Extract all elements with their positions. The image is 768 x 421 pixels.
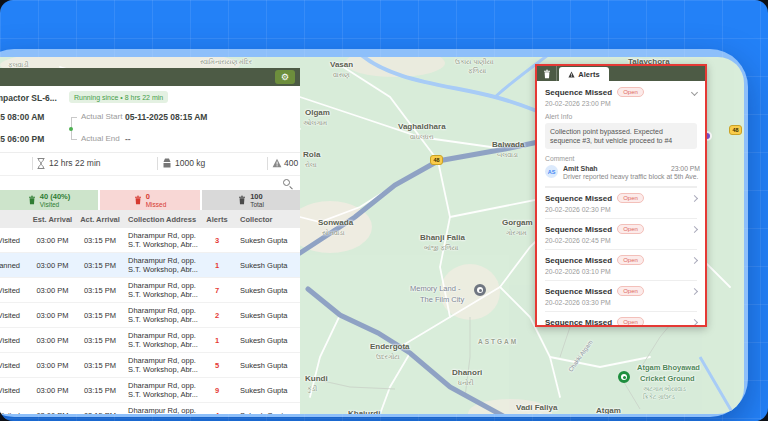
alert-title: Sequence Missed <box>545 256 612 265</box>
row-act-arrival: 03:15 PM <box>80 361 120 370</box>
map-label-gu: ઉદરગોટા <box>376 353 400 361</box>
row-act-arrival: 03:15 PM <box>80 336 120 345</box>
row-collector: Sukesh Gupta <box>240 386 298 395</box>
vehicle-detail-panel: ⚙ Waste Compactor SL-6... Running since … <box>0 68 300 414</box>
row-address: Dharampur Rd, opp.S.T. Workshop, Abr... <box>128 382 203 391</box>
row-est-arrival: 03:00 PM <box>25 261 80 270</box>
chevron-right-icon[interactable] <box>691 256 698 263</box>
alert-info-label: Alert Info <box>545 113 697 120</box>
table-row[interactable]: Visited 03:00 PM 03:15 PM Dharampur Rd, … <box>0 278 300 303</box>
row-address-line2: S.T. Workshop, Abr... <box>128 241 198 250</box>
expanded-alert-header[interactable]: Sequence Missed Open <box>545 87 697 97</box>
table-row[interactable]: Visited 03:00 PM 03:15 PM Dharampur Rd, … <box>0 303 300 328</box>
blue-backdrop: ફૂલવાડી સ્વામિનારાયણ મંદિર Vasan વાસણ ઉક… <box>0 0 768 421</box>
row-status: Visited <box>0 386 20 395</box>
map-label-poi: Memory Land - <box>410 284 460 293</box>
map-label-gu: ગોરગામ <box>506 229 527 237</box>
row-est-arrival: 03:00 PM <box>25 361 80 370</box>
alert-title: Sequence Missed <box>545 88 612 97</box>
table-row[interactable]: Visited 03:00 PM 03:15 PM Dharampur Rd, … <box>0 403 300 414</box>
map-label-poi: The Film City <box>420 295 464 304</box>
alerts-warning-icon <box>272 158 282 168</box>
map-label-town: Vadi Faliya <box>516 403 557 412</box>
gear-icon[interactable]: ⚙ <box>275 70 295 84</box>
tab-total[interactable]: 100 Total <box>202 190 300 210</box>
alert-list-item[interactable]: Sequence Missed Open 20-02-2026 03:10 PM <box>545 249 697 280</box>
search-icon[interactable] <box>283 179 290 186</box>
table-row[interactable]: Visited 03:00 PM 03:15 PM Dharampur Rd, … <box>0 228 300 253</box>
alert-title: Sequence Missed <box>545 194 612 203</box>
status-tabs: 40 (40%) Visited 0 Missed 100 Total <box>0 190 300 210</box>
header-alerts: Alerts <box>202 215 232 224</box>
alerts-tab-label: Alerts <box>578 70 599 79</box>
trash-icon <box>28 195 36 205</box>
row-act-arrival: 03:15 PM <box>80 236 120 245</box>
map-label-town: Khajurdi <box>348 409 380 414</box>
table-row[interactable]: Visited 03:00 PM 03:15 PM Dharampur Rd, … <box>0 378 300 403</box>
header-collection-address: Collection Address <box>128 215 196 224</box>
chevron-right-icon[interactable] <box>691 194 698 201</box>
map-label-gu: ફળિયા <box>468 67 486 75</box>
divider <box>267 157 268 170</box>
row-status: Visited <box>0 236 20 245</box>
row-collector: Sukesh Gupta <box>240 361 298 370</box>
map-label-town: Vaghaldhara <box>398 122 446 131</box>
alert-list-item[interactable]: Sequence Missed Open 20-02-2026 02:30 PM <box>545 187 697 218</box>
row-status: Visited <box>0 286 20 295</box>
comment-label: Comment <box>545 155 697 162</box>
row-address: Dharampur Rd, opp.S.T. Workshop, Abr... <box>128 232 203 241</box>
timeline-dot <box>69 127 73 131</box>
alerts-panel-header: Alerts <box>537 66 705 81</box>
row-address: Dharampur Rd, opp.S.T. Workshop, Abr... <box>128 407 203 414</box>
load-value: 1000 kg <box>175 158 205 168</box>
table-row[interactable]: Visited 03:00 PM 03:15 PM Dharampur Rd, … <box>0 328 300 353</box>
row-collector: Sukesh Gupta <box>240 411 298 414</box>
map-label-gu: રોલા <box>305 161 317 169</box>
row-est-arrival: 03:00 PM <box>25 336 80 345</box>
search-row <box>0 175 300 190</box>
film-city-poi-icon[interactable] <box>474 284 486 296</box>
running-since-badge: Running since • 8 hrs 22 min <box>69 91 168 103</box>
trash-tab-button[interactable] <box>537 66 557 81</box>
tab-alerts[interactable]: Alerts <box>559 67 609 81</box>
alert-list-item[interactable]: Sequence Missed Open 20-02-2026 02:45 PM <box>545 218 697 249</box>
actual-end-label: Actual End <box>81 134 120 143</box>
status-badge: Open <box>617 286 644 296</box>
collection-table-body: Visited 03:00 PM 03:15 PM Dharampur Rd, … <box>0 228 300 414</box>
map-label-park-gu: અટગામ ભોયાવાડ <box>643 386 686 393</box>
row-alert-count: 5 <box>202 361 232 370</box>
map-label: સ્વામિનારાયણ મંદિર <box>200 58 252 66</box>
status-badge: Open <box>617 317 644 327</box>
table-row[interactable]: Planned 03:00 PM 03:15 PM Dharampur Rd, … <box>0 253 300 278</box>
header-est-arrival: Est. Arrival <box>25 215 80 224</box>
row-address-line2: S.T. Workshop, Abr... <box>128 316 198 325</box>
row-address-line1: Dharampur Rd, opp. <box>128 407 196 414</box>
total-count: 100 <box>250 192 264 201</box>
map-label-gu: ઉકાય પાણીયા <box>455 58 493 66</box>
alert-info-text: Collection point bypassed. Expected sequ… <box>545 123 697 149</box>
map-label-park: Cricket Ground <box>640 374 695 383</box>
row-collector: Sukesh Gupta <box>240 311 298 320</box>
chevron-right-icon[interactable] <box>691 318 698 325</box>
row-act-arrival: 03:15 PM <box>80 386 120 395</box>
tab-visited[interactable]: 40 (40%) Visited <box>0 190 98 210</box>
row-address-line2: S.T. Workshop, Abr... <box>128 391 198 400</box>
cricket-ground-poi-icon[interactable] <box>618 371 630 383</box>
duration-hourglass-icon <box>37 158 45 169</box>
total-label: Total <box>250 201 264 208</box>
table-row[interactable]: Visited 03:00 PM 03:15 PM Dharampur Rd, … <box>0 353 300 378</box>
chevron-right-icon[interactable] <box>691 287 698 294</box>
alert-list-item[interactable]: Sequence Missed Open 20-02-2026 03:50 PM <box>545 311 697 327</box>
panel-title-bar: ⚙ <box>0 68 300 86</box>
status-badge: Open <box>617 87 644 97</box>
planned-start-value: 05-11-2025 08:00 AM <box>0 112 44 122</box>
screenshot-stage: ફૂલવાડી સ્વામિનારાયણ મંદિર Vasan વાસણ ઉક… <box>0 0 768 421</box>
tab-missed[interactable]: 0 Missed <box>100 190 200 210</box>
row-status: Planned <box>0 261 20 270</box>
row-alert-count: 3 <box>202 236 232 245</box>
alert-list-item[interactable]: Sequence Missed Open 20-02-2026 03:30 PM <box>545 280 697 311</box>
alert-title: Sequence Missed <box>545 287 612 296</box>
chevron-down-icon[interactable] <box>691 88 698 95</box>
map-label-gu: બલવાડા <box>497 151 518 159</box>
chevron-right-icon[interactable] <box>691 225 698 232</box>
